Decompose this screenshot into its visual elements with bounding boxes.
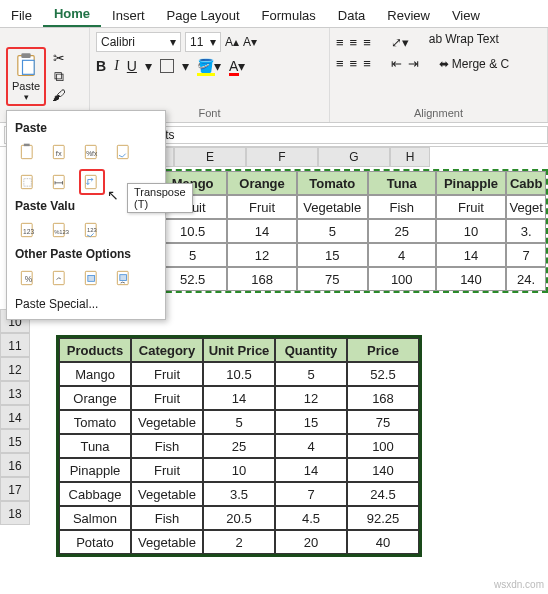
tab-home[interactable]: Home: [43, 2, 101, 27]
paste-heading: Paste: [15, 121, 157, 135]
fill-color-button[interactable]: 🪣▾: [197, 58, 221, 74]
decrease-indent-icon[interactable]: ⇤: [391, 56, 402, 71]
svg-rect-10: [21, 175, 32, 188]
svg-rect-2: [23, 60, 35, 74]
copy-icon[interactable]: ⧉: [50, 68, 68, 85]
svg-text:%fx: %fx: [86, 150, 98, 157]
italic-button[interactable]: I: [114, 58, 119, 74]
merge-button[interactable]: ⬌Merge & C: [439, 57, 509, 71]
paste-formulas-icon[interactable]: fx: [47, 139, 73, 165]
svg-rect-24: [88, 276, 95, 282]
svg-text:123: 123: [23, 228, 34, 235]
svg-text:123: 123: [87, 227, 97, 233]
svg-rect-3: [21, 145, 32, 158]
align-left-icon[interactable]: ≡: [336, 56, 344, 71]
orientation-icon[interactable]: ⤢▾: [391, 35, 409, 50]
paste-formatting-icon[interactable]: %: [15, 265, 41, 291]
mouse-cursor-icon: ↖: [107, 187, 119, 203]
paste-transpose-icon[interactable]: [79, 169, 105, 195]
source-table[interactable]: ProductsCategoryUnit PriceQuantityPrice …: [56, 335, 422, 557]
other-paste-heading: Other Paste Options: [15, 247, 157, 261]
row-head[interactable]: 13: [0, 381, 30, 405]
row-head[interactable]: 11: [0, 333, 30, 357]
paste-label: Paste: [12, 80, 40, 92]
paste-formulas-number-icon[interactable]: %fx: [79, 139, 105, 165]
format-painter-icon[interactable]: 🖌: [50, 87, 68, 103]
border-button[interactable]: [160, 59, 174, 73]
row-head[interactable]: 14: [0, 405, 30, 429]
cut-icon[interactable]: ✂: [50, 50, 68, 66]
font-name-select[interactable]: Calibri▾: [96, 32, 181, 52]
paste-special-menu[interactable]: Paste Special...: [15, 297, 157, 311]
paste-all-icon[interactable]: [15, 139, 41, 165]
transpose-tooltip: Transpose (T): [127, 183, 193, 213]
tab-pagelayout[interactable]: Page Layout: [156, 4, 251, 27]
align-middle-icon[interactable]: ≡: [350, 35, 358, 50]
paste-linked-picture-icon[interactable]: [111, 265, 137, 291]
align-center-icon[interactable]: ≡: [350, 56, 358, 71]
svg-text:%: %: [25, 274, 33, 284]
ribbon: Paste ▾ ✂ ⧉ 🖌 Calibri▾ 11▾ A▴ A▾ B I U▾ …: [0, 28, 548, 123]
tab-file[interactable]: File: [0, 4, 43, 27]
svg-rect-26: [120, 275, 127, 281]
paste-link-icon[interactable]: [47, 265, 73, 291]
wrap-text-button[interactable]: abWrap Text: [429, 32, 499, 46]
paste-options-popup: Paste fx %fx Transpose (T) ↖ Paste Valu …: [6, 110, 166, 320]
paste-values-source-icon[interactable]: 123: [79, 217, 105, 243]
paste-keep-source-icon[interactable]: [111, 139, 137, 165]
tab-data[interactable]: Data: [327, 4, 376, 27]
svg-text:%123: %123: [54, 229, 69, 235]
paste-button[interactable]: Paste ▾: [6, 47, 46, 106]
tab-formulas[interactable]: Formulas: [251, 4, 327, 27]
underline-button[interactable]: U: [127, 58, 137, 74]
increase-font-icon[interactable]: A▴: [225, 35, 239, 49]
font-size-select[interactable]: 11▾: [185, 32, 221, 52]
col-head[interactable]: E: [174, 147, 246, 167]
align-top-icon[interactable]: ≡: [336, 35, 344, 50]
decrease-font-icon[interactable]: A▾: [243, 35, 257, 49]
svg-text:fx: fx: [56, 149, 62, 158]
tab-view[interactable]: View: [441, 4, 491, 27]
row-head[interactable]: 15: [0, 429, 30, 453]
bold-button[interactable]: B: [96, 58, 106, 74]
svg-rect-1: [21, 53, 30, 58]
row-head[interactable]: 16: [0, 453, 30, 477]
tab-insert[interactable]: Insert: [101, 4, 156, 27]
chevron-down-icon[interactable]: ▾: [24, 92, 29, 102]
align-right-icon[interactable]: ≡: [363, 56, 371, 71]
watermark: wsxdn.com: [494, 579, 544, 590]
paste-values-icon[interactable]: 123: [15, 217, 41, 243]
row-head[interactable]: 12: [0, 357, 30, 381]
pasted-table[interactable]: MangoOrangeTomatoTunaPinappleCabb FruitF…: [156, 169, 548, 293]
paste-no-borders-icon[interactable]: [15, 169, 41, 195]
col-head[interactable]: G: [318, 147, 390, 167]
row-head[interactable]: 18: [0, 501, 30, 525]
paste-picture-icon[interactable]: [79, 265, 105, 291]
col-head[interactable]: F: [246, 147, 318, 167]
ribbon-tabs: File Home Insert Page Layout Formulas Da…: [0, 0, 548, 28]
svg-rect-4: [24, 144, 30, 147]
increase-indent-icon[interactable]: ⇥: [408, 56, 419, 71]
svg-rect-13: [85, 175, 96, 188]
row-head[interactable]: 17: [0, 477, 30, 501]
paste-keep-width-icon[interactable]: [47, 169, 73, 195]
align-group-label: Alignment: [336, 106, 541, 120]
paste-values-number-icon[interactable]: %123: [47, 217, 73, 243]
col-head[interactable]: H: [390, 147, 430, 167]
align-bottom-icon[interactable]: ≡: [363, 35, 371, 50]
tab-review[interactable]: Review: [376, 4, 441, 27]
font-color-button[interactable]: A▾: [229, 58, 245, 74]
formula-input[interactable]: Products: [120, 126, 548, 144]
